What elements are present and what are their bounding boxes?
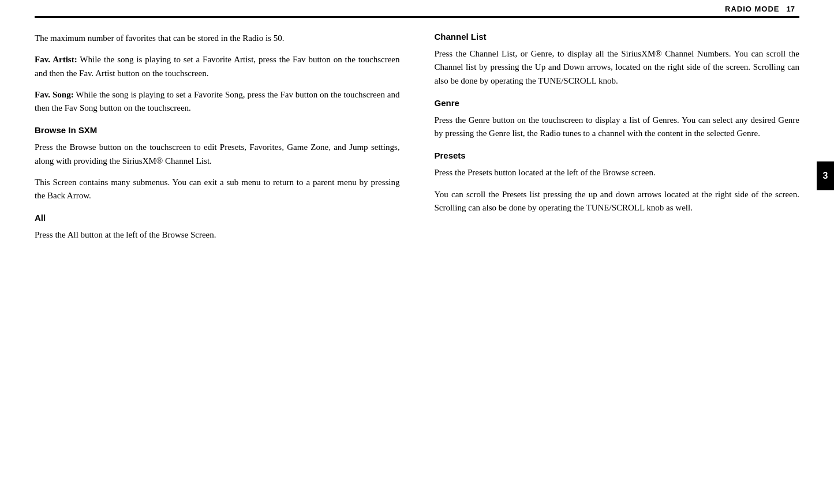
genre-heading: Genre <box>435 98 800 108</box>
genre-paragraph: Press the Genre button on the touchscree… <box>435 114 800 141</box>
presets-paragraph1: Press the Presets button located at the … <box>435 166 800 179</box>
channel-list-heading: Channel List <box>435 32 800 42</box>
fav-song-text: While the song is playing to set a Favor… <box>35 90 400 112</box>
right-column: Channel List Press the Channel List, or … <box>429 32 800 481</box>
page-container: RADIO MODE 17 3 The maximum number of fa… <box>0 0 834 504</box>
top-rule <box>35 16 799 18</box>
left-column: The maximum number of favorites that can… <box>35 32 406 481</box>
channel-list-paragraph: Press the Channel List, or Genre, to dis… <box>435 47 800 88</box>
header-page-number: 17 <box>787 5 795 13</box>
all-paragraph: Press the All button at the left of the … <box>35 228 400 242</box>
all-heading: All <box>35 213 400 223</box>
page-header: RADIO MODE 17 <box>725 5 795 13</box>
main-content: The maximum number of favorites that can… <box>35 32 799 481</box>
fav-artist-paragraph: Fav. Artist: While the song is playing t… <box>35 53 400 80</box>
fav-song-label: Fav. Song: <box>35 90 74 99</box>
browse-paragraph1: Press the Browse button on the touchscre… <box>35 141 400 168</box>
browse-heading: Browse In SXM <box>35 125 400 135</box>
header-title: RADIO MODE <box>725 5 780 13</box>
presets-paragraph2: You can scroll the Presets list pressing… <box>435 188 800 215</box>
intro-paragraph: The maximum number of favorites that can… <box>35 32 400 45</box>
fav-artist-text: While the song is playing to set a Favor… <box>35 55 399 77</box>
chapter-tab: 3 <box>817 161 834 190</box>
fav-artist-label: Fav. Artist: <box>35 55 77 64</box>
browse-paragraph2: This Screen contains many submenus. You … <box>35 176 400 203</box>
chapter-number: 3 <box>823 171 828 181</box>
fav-song-paragraph: Fav. Song: While the song is playing to … <box>35 88 400 115</box>
presets-heading: Presets <box>435 151 800 160</box>
